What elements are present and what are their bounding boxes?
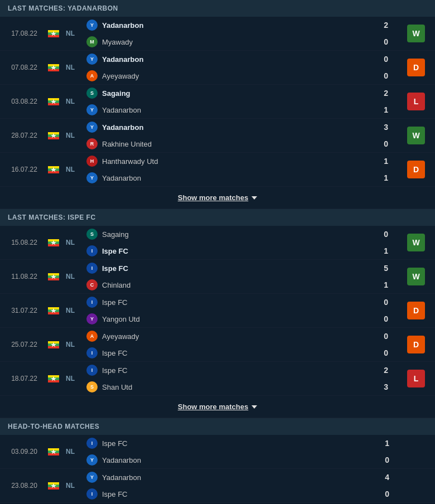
match-meta: 17.08.22 NL <box>0 17 82 50</box>
team-row: Y Yadanarbon 2 <box>82 17 397 33</box>
team-name: Yadanarbon <box>102 456 377 464</box>
team-score: 0 <box>376 139 393 148</box>
result-badge: W <box>407 127 425 144</box>
badge-col <box>398 435 435 468</box>
team-row: I Ispe FC 0 <box>82 294 397 311</box>
team-name: Myawady <box>102 38 376 46</box>
teams-scores: I Ispe FC 0 Y Yangon Utd 0 <box>82 294 397 327</box>
team-name: Sagaing <box>102 230 376 239</box>
show-more-row: Show more matches <box>0 187 435 209</box>
team-logo: S <box>86 88 98 99</box>
teams-scores: S Sagaing 0 I Ispe FC 1 <box>82 226 397 259</box>
team-score: 2 <box>376 89 393 98</box>
show-more-button[interactable]: Show more matches <box>178 403 257 411</box>
svg-rect-13 <box>48 103 59 105</box>
match-meta: 07.08.22 NL <box>0 51 82 84</box>
match-flag <box>45 132 62 139</box>
team-row: Y Yadanarbon 0 <box>82 51 397 67</box>
team-logo: Y <box>86 20 98 31</box>
team-logo: I <box>86 488 98 500</box>
svg-rect-28 <box>48 244 59 246</box>
teams-scores: I Ispe FC 5 C Chinland 1 <box>82 260 397 293</box>
team-name: Yadanarbon <box>102 473 377 482</box>
team-logo: M <box>86 36 98 47</box>
team-row: Y Yadanarbon 3 <box>82 119 397 135</box>
team-name: Ispe FC <box>102 439 377 448</box>
result-badge: D <box>407 336 425 353</box>
team-logo: I <box>86 263 98 274</box>
show-more-label: Show more matches <box>178 193 248 202</box>
team-name: Yangon Utd <box>102 315 376 323</box>
match-group: 23.08.20 NL Y Yadanarbon 4 I Ispe FC 0 <box>0 469 435 503</box>
team-name: Ispe FC <box>102 490 377 498</box>
team-score: 0 <box>377 455 394 464</box>
team-name: Hantharwady Utd <box>102 157 376 166</box>
match-meta: 15.08.22 NL <box>0 226 82 259</box>
team-name: Ayeyawady <box>102 332 376 341</box>
result-badge: D <box>407 59 425 76</box>
teams-scores: I Ispe FC 2 S Shan Utd 3 <box>82 362 397 395</box>
team-row: A Ayeyawady 0 <box>82 328 397 345</box>
match-group: 25.07.22 NL A Ayeyawady 0 I Ispe FC 0 D <box>0 328 435 362</box>
team-logo: A <box>86 331 98 342</box>
match-date: 11.08.22 <box>3 273 45 280</box>
teams-scores: S Sagaing 2 Y Yadanarbon 1 <box>82 85 397 118</box>
team-score: 0 <box>376 332 393 341</box>
section-header: LAST MATCHES: ISPE FC <box>0 209 435 226</box>
section-h2h: HEAD-TO-HEAD MATCHES 03.09.20 NL I Ispe … <box>0 418 435 503</box>
match-group: 11.08.22 NL I Ispe FC 5 C Chinland 1 W <box>0 260 435 294</box>
badge-col: W <box>397 226 435 259</box>
badge-col: W <box>397 119 435 152</box>
match-group: 07.08.22 NL Y Yadanarbon 0 A Ayeyawady 0… <box>0 51 435 85</box>
svg-rect-18 <box>48 137 59 139</box>
show-more-row: Show more matches <box>0 396 435 418</box>
team-score: 1 <box>376 105 393 114</box>
team-row: S Sagaing 2 <box>82 85 397 101</box>
team-row: S Shan Utd 3 <box>82 379 397 395</box>
show-more-button[interactable]: Show more matches <box>178 193 257 202</box>
team-name: Yadanarbon <box>102 21 376 30</box>
team-name: Shan Utd <box>102 383 376 391</box>
team-row: I Ispe FC 2 <box>82 362 397 379</box>
team-row: Y Yangon Utd 0 <box>82 311 397 327</box>
team-score: 0 <box>377 490 394 498</box>
team-score: 1 <box>376 280 393 289</box>
team-score: 0 <box>376 314 393 323</box>
team-score: 1 <box>376 173 393 182</box>
team-name: Sagaing <box>102 89 376 98</box>
team-score: 0 <box>376 37 393 46</box>
match-league: NL <box>62 307 79 314</box>
match-meta: 23.08.20 NL <box>0 469 82 502</box>
result-badge: D <box>407 161 425 178</box>
teams-scores: I Ispe FC 1 Y Yadanarbon 0 <box>82 435 398 468</box>
match-date: 16.07.22 <box>3 166 45 173</box>
chevron-down-icon <box>252 405 257 409</box>
teams-scores: A Ayeyawady 0 I Ispe FC 0 <box>82 328 397 361</box>
team-row: C Chinland 1 <box>82 277 397 293</box>
team-name: Ispe FC <box>102 366 376 375</box>
team-name: Yadanarbon <box>102 174 376 182</box>
badge-col: D <box>397 328 435 361</box>
match-date: 03.08.22 <box>3 98 45 105</box>
match-date: 03.09.20 <box>3 448 45 455</box>
match-flag <box>45 341 62 348</box>
badge-col <box>398 469 435 502</box>
chevron-down-icon <box>252 196 257 200</box>
match-flag <box>45 64 62 71</box>
section-yadanarbon: LAST MATCHES: YADANARBON 17.08.22 NL Y Y… <box>0 0 435 209</box>
team-name: Yadanarbon <box>102 55 376 64</box>
team-logo: Y <box>86 313 98 324</box>
team-score: 1 <box>376 157 393 166</box>
team-name: Ispe FC <box>102 247 376 255</box>
match-league: NL <box>62 239 79 246</box>
match-group: 18.07.22 NL I Ispe FC 2 S Shan Utd 3 L <box>0 362 435 396</box>
match-league: NL <box>62 448 79 455</box>
svg-rect-48 <box>48 380 59 382</box>
match-league: NL <box>62 98 79 105</box>
team-score: 2 <box>376 366 393 375</box>
match-group: 03.09.20 NL I Ispe FC 1 Y Yadanarbon 0 <box>0 435 435 469</box>
team-score: 0 <box>376 298 393 307</box>
badge-col: L <box>397 85 435 118</box>
match-group: 03.08.22 NL S Sagaing 2 Y Yadanarbon 1 L <box>0 85 435 119</box>
teams-scores: Y Yadanarbon 2 M Myawady 0 <box>82 17 397 50</box>
